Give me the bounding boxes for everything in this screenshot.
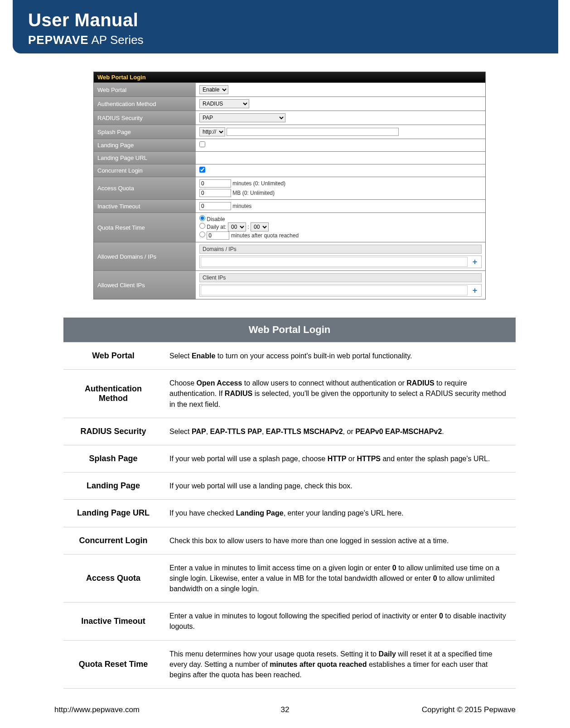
quota-reset-disable-radio[interactable] [199, 215, 205, 221]
label-inactive-timeout: Inactive Timeout [94, 200, 196, 212]
desc-label: Landing Page URL [63, 500, 163, 527]
desc-text: This menu determines how your usage quot… [163, 640, 516, 689]
web-portal-select[interactable]: Enable [199, 85, 228, 94]
desc-label: Inactive Timeout [63, 603, 163, 640]
add-client-button[interactable]: + [469, 284, 481, 296]
allowed-clients-input[interactable] [201, 285, 468, 295]
desc-text: If your web portal will use a splash pag… [163, 445, 516, 472]
inactive-timeout-input[interactable] [199, 202, 231, 210]
doc-header: User Manual PEPWAVE AP Series [13, 0, 558, 53]
footer-page: 32 [281, 705, 290, 714]
label-web-portal: Web Portal [94, 83, 196, 96]
desc-label: Concurrent Login [63, 527, 163, 554]
desc-row: Inactive TimeoutEnter a value in minutes… [63, 603, 516, 640]
desc-row: Web PortalSelect Enable to turn on your … [63, 342, 516, 370]
config-title: Web Portal Login [94, 72, 485, 82]
desc-row: Splash PageIf your web portal will use a… [63, 445, 516, 472]
footer-copyright: Copyright © 2015 Pepwave [422, 705, 516, 714]
page-footer: http://www.pepwave.com 32 Copyright © 20… [0, 705, 570, 714]
quota-minutes-suffix: minutes (0: Unlimited) [232, 180, 285, 187]
auth-method-select[interactable]: RADIUS [199, 99, 249, 108]
desc-row: Quota Reset TimeThis menu determines how… [63, 640, 516, 689]
label-auth-method: Authentication Method [94, 97, 196, 111]
config-panel: Web Portal Login Web Portal Enable Authe… [93, 72, 486, 299]
desc-label: Landing Page [63, 472, 163, 500]
allowed-clients-header: Client IPs [199, 273, 482, 282]
quota-mb-suffix: MB (0: Unlimited) [232, 190, 275, 196]
doc-subtitle: PEPWAVE AP Series [28, 33, 543, 47]
footer-url: http://www.pepwave.com [54, 705, 140, 714]
quota-reset-after-input[interactable] [207, 231, 229, 240]
label-allowed-clients: Allowed Client IPs [94, 271, 196, 299]
desc-header: Web Portal Login [63, 318, 516, 342]
desc-label: Web Portal [63, 342, 163, 370]
concurrent-login-checkbox[interactable] [199, 167, 205, 173]
desc-label: RADIUS Security [63, 418, 163, 445]
landing-page-checkbox[interactable] [199, 141, 205, 147]
allowed-domains-input[interactable] [201, 257, 468, 267]
label-quota-reset: Quota Reset Time [94, 213, 196, 242]
quota-reset-hour-select[interactable]: 00 [228, 222, 246, 231]
radius-security-select[interactable]: PAP [199, 113, 285, 122]
quota-reset-daily-radio[interactable] [199, 223, 205, 229]
quota-minutes-input[interactable] [199, 179, 231, 188]
desc-label: Splash Page [63, 445, 163, 472]
desc-text: Select PAP, EAP-TTLS PAP, EAP-TTLS MSCHA… [163, 418, 516, 445]
desc-row: RADIUS SecuritySelect PAP, EAP-TTLS PAP,… [63, 418, 516, 445]
desc-text: Select Enable to turn on your access poi… [163, 342, 516, 370]
desc-text: If your web portal will use a landing pa… [163, 472, 516, 500]
label-concurrent-login: Concurrent Login [94, 164, 196, 177]
desc-text: If you have checked Landing Page, enter … [163, 500, 516, 527]
add-domain-button[interactable]: + [469, 256, 481, 268]
desc-row: Authentication MethodChoose Open Access … [63, 370, 516, 418]
desc-text: Enter a value in minutes to limit access… [163, 554, 516, 603]
desc-label: Access Quota [63, 554, 163, 603]
desc-row: Landing Page URLIf you have checked Land… [63, 500, 516, 527]
label-landing-page: Landing Page [94, 139, 196, 151]
allowed-domains-header: Domains / IPs [199, 245, 482, 254]
splash-url-input[interactable] [227, 128, 399, 136]
quota-mb-input[interactable] [199, 189, 231, 197]
label-landing-page-url: Landing Page URL [94, 152, 196, 164]
quota-reset-after-radio[interactable] [199, 231, 205, 237]
desc-row: Concurrent LoginCheck this box to allow … [63, 527, 516, 554]
desc-label: Authentication Method [63, 370, 163, 418]
desc-label: Quota Reset Time [63, 640, 163, 689]
splash-scheme-select[interactable]: http:// [199, 127, 225, 136]
label-access-quota: Access Quota [94, 177, 196, 199]
desc-row: Access QuotaEnter a value in minutes to … [63, 554, 516, 603]
desc-text: Choose Open Access to allow users to con… [163, 370, 516, 418]
desc-text: Enter a value in minutes to logout follo… [163, 603, 516, 640]
label-allowed-domains: Allowed Domains / IPs [94, 242, 196, 270]
inactive-timeout-suffix: minutes [232, 203, 251, 209]
quota-reset-min-select[interactable]: 00 [251, 222, 269, 231]
label-radius-security: RADIUS Security [94, 111, 196, 125]
doc-title: User Manual [28, 10, 543, 30]
description-table: Web Portal Login Web PortalSelect Enable… [63, 318, 516, 689]
desc-row: Landing PageIf your web portal will use … [63, 472, 516, 500]
label-splash-page: Splash Page [94, 125, 196, 139]
desc-text: Check this box to allow users to have mo… [163, 527, 516, 554]
